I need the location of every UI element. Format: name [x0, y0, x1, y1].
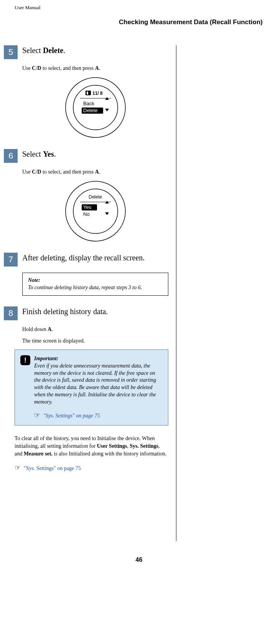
step-8-title: Finish deleting history data.: [22, 306, 108, 316]
step-6-number: 6: [4, 149, 18, 163]
step-6-instr-pre: Use: [22, 169, 32, 175]
screen-date: 11/ 8: [92, 91, 103, 96]
screen-back: Back: [83, 101, 94, 106]
step-6-instruction: Use C/D to select, and then press A.: [22, 169, 168, 175]
note-body: To continue deleting history data, repea…: [28, 284, 163, 291]
step-5-title-pre: Select: [22, 46, 43, 55]
closing-cross-ref[interactable]: ☞ "Sys. Settings" on page 75: [15, 464, 168, 472]
screen-no: No: [83, 211, 90, 217]
hand-point-icon: ☞: [15, 464, 21, 472]
step-5-instruction: Use C/D to select, and then press A.: [22, 65, 168, 71]
step-6-title: Select Yes.: [22, 149, 56, 159]
important-body: Even if you delete unnecessary measureme…: [34, 363, 162, 406]
step-8-header: 8 Finish deleting history data.: [12, 306, 168, 320]
step-7-number: 7: [4, 253, 18, 267]
content-column: 5 Select Delete. Use C/D to select, and …: [12, 45, 176, 541]
step-5-title-bold: Delete: [43, 46, 63, 55]
step-6-instr-mid: to select, and then press: [41, 169, 95, 175]
step-6-instr-d: D: [37, 169, 41, 175]
step-6-instr-a: A: [95, 169, 99, 175]
important-ref-text: "Sys. Settings" on page 75: [43, 412, 100, 420]
step-6-title-post: .: [54, 150, 56, 158]
step-5-title: Select Delete.: [22, 45, 65, 55]
step-5-instr-c: C: [32, 65, 36, 71]
step-6-device-diagram: Delete Yes No: [22, 180, 168, 243]
closing-b3: Measure set.: [24, 451, 53, 457]
step-6-instr-post: .: [99, 169, 100, 175]
closing-b2: Sys. Settings: [130, 443, 158, 449]
note-box: Note: To continue deleting history data,…: [22, 273, 168, 296]
svg-point-9: [66, 181, 125, 241]
important-cross-ref[interactable]: ☞ "Sys. Settings" on page 75: [34, 411, 162, 420]
step-5-title-post: .: [63, 46, 65, 55]
closing-post: is also Initialised along with the histo…: [53, 451, 166, 457]
note-label: Note:: [28, 277, 163, 284]
screen-delete: Delete: [83, 108, 98, 113]
step-5-instr-a: A: [95, 65, 99, 71]
step-6-title-pre: Select: [22, 150, 43, 158]
step-8-instr-pre: Hold down: [22, 326, 48, 332]
step-8-result: The time screen is displayed.: [22, 338, 168, 344]
svg-rect-4: [87, 93, 88, 94]
important-box: ! Important: Even if you delete unnecess…: [15, 349, 168, 426]
section-title: Checking Measurement Data (Recall Functi…: [12, 18, 266, 26]
step-7-header: 7 After deleting, display the recall scr…: [12, 253, 168, 267]
step-5-number: 5: [4, 45, 18, 59]
closing-paragraph: To clear all of the history, you need to…: [15, 435, 168, 457]
step-7-title: After deleting, display the recall scree…: [22, 253, 145, 262]
important-label: Important:: [34, 355, 162, 363]
step-6-title-bold: Yes: [43, 150, 54, 158]
closing-ref-text: "Sys. Settings" on page 75: [24, 465, 81, 472]
device-illustration-2: Delete Yes No: [65, 180, 126, 242]
closing-b1: User Settings: [97, 443, 127, 449]
step-5-instr-mid: to select, and then press: [41, 65, 95, 71]
step-8-instr-a: A: [48, 326, 51, 332]
step-6-instr-c: C: [32, 169, 36, 175]
step-5-instr-post: .: [99, 65, 100, 71]
device-illustration: 11/ 8 Back Delete: [65, 77, 126, 138]
exclaim-icon: !: [20, 355, 30, 365]
header-user-manual: User Manual: [15, 5, 266, 11]
svg-marker-8: [105, 109, 109, 111]
step-6-header: 6 Select Yes.: [12, 149, 168, 163]
svg-marker-14: [105, 212, 109, 215]
step-8-number: 8: [4, 306, 18, 320]
step-5-device-diagram: 11/ 8 Back Delete: [22, 77, 168, 140]
page-number: 46: [12, 556, 266, 563]
step-5-header: 5 Select Delete.: [12, 45, 168, 59]
step-5-instr-pre: Use: [22, 65, 32, 71]
screen-header-delete: Delete: [89, 194, 102, 200]
screen-yes: Yes: [83, 204, 92, 210]
hand-point-icon: ☞: [34, 411, 40, 420]
step-8-instr-post: .: [51, 326, 53, 332]
step-8-instruction: Hold down A.: [22, 326, 168, 333]
step-5-instr-d: D: [37, 65, 41, 71]
